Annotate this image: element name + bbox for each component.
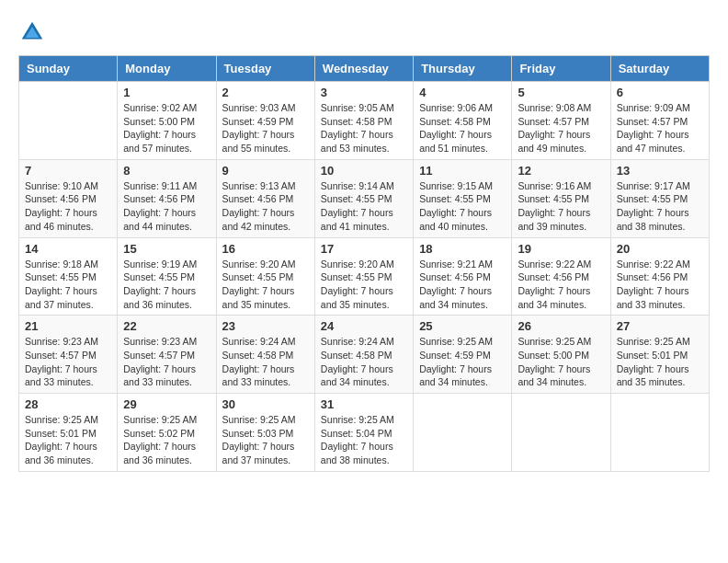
day-info: Sunrise: 9:16 AM Sunset: 4:55 PM Dayligh…	[518, 179, 604, 234]
day-number: 1	[123, 86, 210, 99]
day-info: Sunrise: 9:17 AM Sunset: 4:55 PM Dayligh…	[617, 179, 703, 234]
calendar-header-friday: Friday	[512, 56, 610, 82]
calendar-header-monday: Monday	[118, 56, 216, 82]
calendar-cell: 4Sunrise: 9:06 AM Sunset: 4:58 PM Daylig…	[414, 82, 512, 160]
calendar-cell: 18Sunrise: 9:21 AM Sunset: 4:56 PM Dayli…	[414, 237, 512, 316]
day-number: 30	[222, 397, 309, 411]
day-info: Sunrise: 9:19 AM Sunset: 4:55 PM Dayligh…	[123, 258, 210, 312]
day-number: 7	[25, 164, 111, 178]
day-number: 12	[518, 164, 604, 178]
calendar-header-wednesday: Wednesday	[314, 56, 413, 82]
calendar-table: SundayMondayTuesdayWednesdayThursdayFrid…	[18, 55, 710, 472]
calendar-cell: 17Sunrise: 9:20 AM Sunset: 4:55 PM Dayli…	[314, 237, 413, 316]
logo-icon	[18, 18, 46, 46]
day-number: 29	[123, 397, 210, 411]
day-info: Sunrise: 9:25 AM Sunset: 5:00 PM Dayligh…	[518, 335, 604, 389]
calendar-cell: 22Sunrise: 9:23 AM Sunset: 4:57 PM Dayli…	[118, 316, 216, 394]
day-number: 27	[617, 319, 703, 333]
day-info: Sunrise: 9:08 AM Sunset: 4:57 PM Dayligh…	[518, 101, 604, 155]
day-info: Sunrise: 9:15 AM Sunset: 4:55 PM Dayligh…	[419, 179, 506, 234]
day-info: Sunrise: 9:13 AM Sunset: 4:56 PM Dayligh…	[222, 179, 309, 234]
day-info: Sunrise: 9:02 AM Sunset: 5:00 PM Dayligh…	[123, 101, 210, 155]
calendar-cell: 21Sunrise: 9:23 AM Sunset: 4:57 PM Dayli…	[19, 316, 118, 394]
day-info: Sunrise: 9:22 AM Sunset: 4:56 PM Dayligh…	[617, 258, 703, 312]
calendar-week-1: 7Sunrise: 9:10 AM Sunset: 4:56 PM Daylig…	[19, 159, 710, 237]
calendar-cell	[19, 82, 118, 160]
day-info: Sunrise: 9:25 AM Sunset: 5:01 PM Dayligh…	[25, 413, 111, 467]
day-info: Sunrise: 9:20 AM Sunset: 4:55 PM Dayligh…	[222, 258, 309, 312]
calendar-cell: 29Sunrise: 9:25 AM Sunset: 5:02 PM Dayli…	[118, 394, 216, 472]
calendar-cell: 23Sunrise: 9:24 AM Sunset: 4:58 PM Dayli…	[216, 316, 314, 394]
calendar-cell	[512, 394, 610, 472]
day-info: Sunrise: 9:25 AM Sunset: 5:01 PM Dayligh…	[617, 335, 703, 389]
day-info: Sunrise: 9:25 AM Sunset: 5:03 PM Dayligh…	[222, 413, 309, 467]
calendar-cell: 11Sunrise: 9:15 AM Sunset: 4:55 PM Dayli…	[414, 159, 512, 237]
calendar-cell: 20Sunrise: 9:22 AM Sunset: 4:56 PM Dayli…	[610, 237, 709, 316]
day-number: 11	[419, 164, 506, 178]
calendar-week-2: 14Sunrise: 9:18 AM Sunset: 4:55 PM Dayli…	[19, 237, 710, 316]
calendar-cell: 16Sunrise: 9:20 AM Sunset: 4:55 PM Dayli…	[216, 237, 314, 316]
day-info: Sunrise: 9:25 AM Sunset: 5:02 PM Dayligh…	[123, 413, 210, 467]
day-number: 17	[321, 242, 407, 256]
day-info: Sunrise: 9:03 AM Sunset: 4:59 PM Dayligh…	[222, 101, 309, 155]
day-info: Sunrise: 9:21 AM Sunset: 4:56 PM Dayligh…	[419, 258, 506, 312]
day-info: Sunrise: 9:25 AM Sunset: 4:59 PM Dayligh…	[419, 335, 506, 389]
calendar-header-thursday: Thursday	[414, 56, 512, 82]
calendar-cell: 28Sunrise: 9:25 AM Sunset: 5:01 PM Dayli…	[19, 394, 118, 472]
calendar-cell: 24Sunrise: 9:24 AM Sunset: 4:58 PM Dayli…	[314, 316, 413, 394]
day-number: 20	[617, 242, 703, 256]
calendar-header-sunday: Sunday	[19, 56, 118, 82]
day-number: 28	[25, 397, 111, 411]
day-info: Sunrise: 9:18 AM Sunset: 4:55 PM Dayligh…	[25, 258, 111, 312]
day-number: 26	[518, 319, 604, 333]
day-number: 5	[518, 86, 604, 99]
day-number: 8	[123, 164, 210, 178]
calendar-cell: 31Sunrise: 9:25 AM Sunset: 5:04 PM Dayli…	[314, 394, 413, 472]
calendar-week-3: 21Sunrise: 9:23 AM Sunset: 4:57 PM Dayli…	[19, 316, 710, 394]
calendar-cell	[414, 394, 512, 472]
calendar-cell: 12Sunrise: 9:16 AM Sunset: 4:55 PM Dayli…	[512, 159, 610, 237]
day-number: 13	[617, 164, 703, 178]
calendar-cell: 8Sunrise: 9:11 AM Sunset: 4:56 PM Daylig…	[118, 159, 216, 237]
calendar-header-saturday: Saturday	[610, 56, 709, 82]
day-info: Sunrise: 9:10 AM Sunset: 4:56 PM Dayligh…	[25, 179, 111, 234]
day-info: Sunrise: 9:20 AM Sunset: 4:55 PM Dayligh…	[321, 258, 407, 312]
calendar-cell: 25Sunrise: 9:25 AM Sunset: 4:59 PM Dayli…	[414, 316, 512, 394]
day-number: 22	[123, 319, 210, 333]
logo	[18, 18, 50, 46]
calendar-cell: 2Sunrise: 9:03 AM Sunset: 4:59 PM Daylig…	[216, 82, 314, 160]
calendar-cell: 6Sunrise: 9:09 AM Sunset: 4:57 PM Daylig…	[610, 82, 709, 160]
calendar-header-row: SundayMondayTuesdayWednesdayThursdayFrid…	[19, 56, 710, 82]
calendar-cell: 3Sunrise: 9:05 AM Sunset: 4:58 PM Daylig…	[314, 82, 413, 160]
calendar-cell: 1Sunrise: 9:02 AM Sunset: 5:00 PM Daylig…	[118, 82, 216, 160]
page-header	[18, 18, 710, 46]
calendar-cell: 13Sunrise: 9:17 AM Sunset: 4:55 PM Dayli…	[610, 159, 709, 237]
calendar-cell: 9Sunrise: 9:13 AM Sunset: 4:56 PM Daylig…	[216, 159, 314, 237]
day-info: Sunrise: 9:11 AM Sunset: 4:56 PM Dayligh…	[123, 179, 210, 234]
calendar-cell: 26Sunrise: 9:25 AM Sunset: 5:00 PM Dayli…	[512, 316, 610, 394]
day-info: Sunrise: 9:22 AM Sunset: 4:56 PM Dayligh…	[518, 258, 604, 312]
calendar-cell: 27Sunrise: 9:25 AM Sunset: 5:01 PM Dayli…	[610, 316, 709, 394]
calendar-cell	[610, 394, 709, 472]
day-info: Sunrise: 9:14 AM Sunset: 4:55 PM Dayligh…	[321, 179, 407, 234]
day-number: 31	[321, 397, 407, 411]
calendar-cell: 19Sunrise: 9:22 AM Sunset: 4:56 PM Dayli…	[512, 237, 610, 316]
day-info: Sunrise: 9:24 AM Sunset: 4:58 PM Dayligh…	[321, 335, 407, 389]
day-info: Sunrise: 9:09 AM Sunset: 4:57 PM Dayligh…	[617, 101, 703, 155]
calendar-cell: 15Sunrise: 9:19 AM Sunset: 4:55 PM Dayli…	[118, 237, 216, 316]
day-number: 21	[25, 319, 111, 333]
day-info: Sunrise: 9:06 AM Sunset: 4:58 PM Dayligh…	[419, 101, 506, 155]
day-number: 15	[123, 242, 210, 256]
calendar-cell: 14Sunrise: 9:18 AM Sunset: 4:55 PM Dayli…	[19, 237, 118, 316]
day-number: 24	[321, 319, 407, 333]
day-info: Sunrise: 9:23 AM Sunset: 4:57 PM Dayligh…	[25, 335, 111, 389]
day-number: 9	[222, 164, 309, 178]
day-info: Sunrise: 9:25 AM Sunset: 5:04 PM Dayligh…	[321, 413, 407, 467]
day-number: 19	[518, 242, 604, 256]
day-number: 2	[222, 86, 309, 99]
day-number: 18	[419, 242, 506, 256]
day-number: 6	[617, 86, 703, 99]
calendar-cell: 10Sunrise: 9:14 AM Sunset: 4:55 PM Dayli…	[314, 159, 413, 237]
day-number: 23	[222, 319, 309, 333]
day-number: 10	[321, 164, 407, 178]
